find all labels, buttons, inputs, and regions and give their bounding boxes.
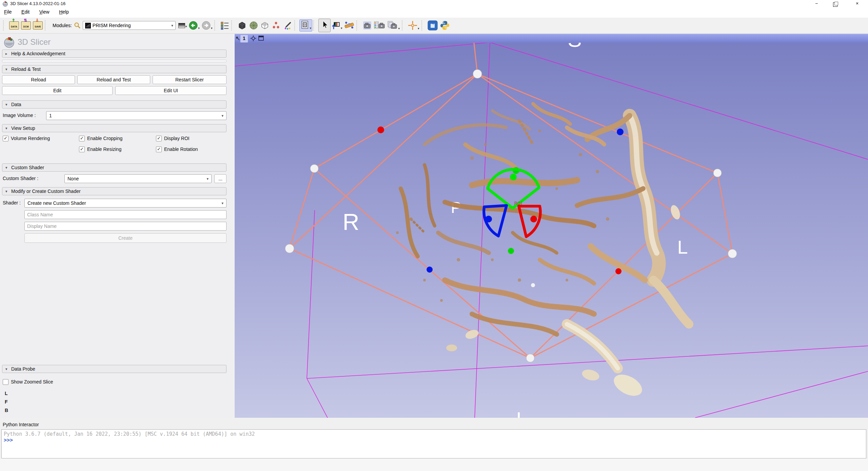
camera-tree-icon (374, 21, 385, 30)
roi-face-handle-red-1[interactable] (377, 126, 384, 133)
load-data-button[interactable]: ⇧DATA (9, 21, 19, 30)
roi-handle-lower-right[interactable] (728, 249, 737, 258)
display-name-input[interactable] (24, 222, 226, 231)
crosshair-button[interactable]: ▾ (408, 21, 419, 30)
view-label[interactable]: 1 (240, 35, 248, 43)
chevron-down-icon: ▾ (221, 112, 223, 120)
save-button[interactable]: ⇩SAVE (33, 21, 43, 30)
section-custom-shader[interactable]: ▾ Custom Shader (2, 163, 226, 172)
roi-face-handle-blue-2[interactable] (427, 267, 433, 273)
toolbar-separator (45, 20, 48, 31)
module-forward-button[interactable]: ▾ (202, 21, 213, 30)
checkbox-mark: ✓ (156, 146, 162, 152)
roi-face-handle-green-2[interactable] (508, 248, 514, 254)
roi-handle-top[interactable] (473, 70, 482, 78)
roi-handle-lower-left[interactable] (285, 244, 294, 253)
probe-layer-f: F (5, 399, 8, 405)
module-search-icon[interactable] (74, 22, 81, 29)
threed-view-titlebar[interactable]: 1 (235, 34, 868, 43)
enable-cropping-checkbox[interactable]: ✓ Enable Cropping (79, 135, 122, 142)
screenshot-button[interactable]: ▾ (299, 19, 312, 32)
threed-viewport[interactable]: S R P L I (235, 43, 868, 418)
status-bar: × (0, 458, 868, 471)
section-modify-custom-shader[interactable]: ▾ Modify or Create Custom Shader (2, 187, 226, 195)
python-console[interactable]: Python 3.6.7 (default, Jan 16 2022, 23:2… (1, 429, 866, 458)
restore-icon (834, 2, 838, 5)
show-zoomed-slice-checkbox[interactable]: Show Zoomed Slice (3, 378, 53, 385)
reload-and-test-button[interactable]: Reload and Test (77, 75, 150, 84)
display-roi-checkbox[interactable]: ✓ Display ROI (156, 135, 190, 142)
fiducials-button[interactable] (271, 21, 281, 30)
roi-face-handle-red-2[interactable] (615, 268, 622, 274)
python-console-button[interactable] (440, 20, 450, 31)
create-shader-button[interactable]: Create (24, 233, 226, 243)
roi-handle-upper-right[interactable] (713, 169, 722, 177)
python-interactor-header: Python Interactor × (0, 420, 868, 429)
place-markup-button[interactable]: ▾ (332, 21, 342, 30)
python-icon (440, 20, 450, 31)
maximize-view-icon[interactable] (258, 36, 264, 41)
enable-rotation-checkbox[interactable]: ✓ Enable Rotation (156, 146, 198, 153)
capture-view-button[interactable] (362, 21, 372, 30)
layout-icon (220, 21, 229, 30)
close-button[interactable]: × (849, 0, 865, 7)
section-data-probe[interactable]: ▾ Data Probe (2, 365, 226, 373)
module-history-button[interactable]: ▾ (178, 23, 187, 28)
menu-help[interactable]: Help (56, 7, 72, 16)
screenshot-icon (300, 20, 309, 29)
maximize-button[interactable] (828, 0, 844, 7)
mouse-interaction-mode-button[interactable] (318, 19, 331, 32)
reload-button[interactable]: Reload (2, 75, 75, 84)
menu-file[interactable]: File (1, 7, 15, 16)
capture-layers-button[interactable]: ▾ (387, 21, 400, 30)
volume-rendering-button[interactable] (237, 21, 247, 30)
toolbar-separator (214, 20, 218, 31)
section-view-setup[interactable]: ▾ View Setup (2, 124, 226, 132)
view-controls-icon[interactable] (250, 35, 256, 41)
minimize-button[interactable]: − (809, 0, 824, 7)
image-volume-combobox[interactable]: 1 ▾ (46, 111, 226, 120)
edit-button[interactable]: Edit (2, 86, 113, 95)
pin-icon[interactable] (236, 36, 240, 40)
menu-edit[interactable]: Edit (18, 7, 33, 16)
edit-ui-button[interactable]: Edit UI (115, 86, 226, 95)
toolbar-drag-handle[interactable] (3, 20, 6, 31)
volume-rendering-checkbox[interactable]: ✓ Volume Rendering (3, 135, 50, 142)
roi-handle-bottom[interactable] (526, 354, 534, 362)
module-back-button[interactable]: ▾ (189, 21, 200, 30)
class-name-input[interactable] (24, 210, 226, 219)
section-help-acknowledgement[interactable]: ▸ Help & Acknowledgement (2, 50, 226, 58)
volume-bounds-wireframe (235, 43, 868, 418)
shader-combobox[interactable]: Create new Custom Shader ▾ (24, 199, 226, 208)
app-logo-icon (2, 1, 8, 7)
section-data[interactable]: ▾ Data (2, 100, 226, 109)
modules-label: Modules: (53, 23, 72, 28)
roi-handle-upper-left[interactable] (310, 164, 318, 173)
orientation-r: R (342, 209, 359, 235)
roi-face-handle-blue-1[interactable] (617, 129, 624, 135)
segment-editor-button[interactable] (283, 21, 292, 30)
measurements-button[interactable] (344, 21, 354, 30)
transforms-button[interactable] (260, 21, 269, 30)
load-dicom-button[interactable]: ⇅DCM (21, 21, 31, 30)
help-collapsed-body (2, 60, 226, 62)
python-banner: Python 3.6.7 (default, Jan 16 2022, 23:2… (4, 431, 864, 437)
layout-selector-button[interactable] (220, 21, 229, 30)
surface-models-button[interactable] (249, 21, 258, 30)
restart-slicer-button[interactable]: Restart Slicer (153, 75, 226, 84)
enable-resizing-checkbox[interactable]: ✓ Enable Resizing (79, 146, 121, 153)
module-selector[interactable]: PRISM Rendering ▾ (83, 21, 176, 30)
window-titlebar: 3D Slicer 4.13.0-2022-01-16 − × (0, 0, 868, 7)
roi-center-handle[interactable] (531, 283, 535, 287)
checkbox-mark: ✓ (156, 136, 162, 141)
menu-view[interactable]: View (36, 7, 53, 16)
threed-view[interactable]: 1 (235, 34, 868, 418)
custom-shader-combobox[interactable]: None ▾ (64, 174, 212, 183)
fiducial-stars-icon (271, 21, 281, 30)
menu-bar: File Edit View Help (0, 7, 868, 18)
section-reload-test[interactable]: ▾ Reload & Test (2, 65, 226, 73)
extensions-manager-button[interactable] (428, 20, 438, 31)
extensions-icon (428, 20, 438, 31)
capture-sequence-button[interactable] (374, 21, 385, 30)
custom-shader-more-button[interactable]: ... (214, 174, 226, 183)
